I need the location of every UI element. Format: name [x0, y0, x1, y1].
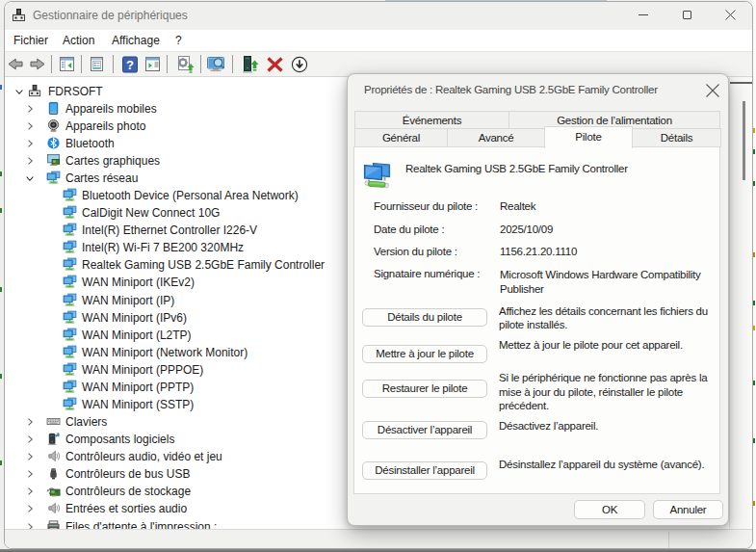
svg-text:?: ? [126, 58, 134, 72]
